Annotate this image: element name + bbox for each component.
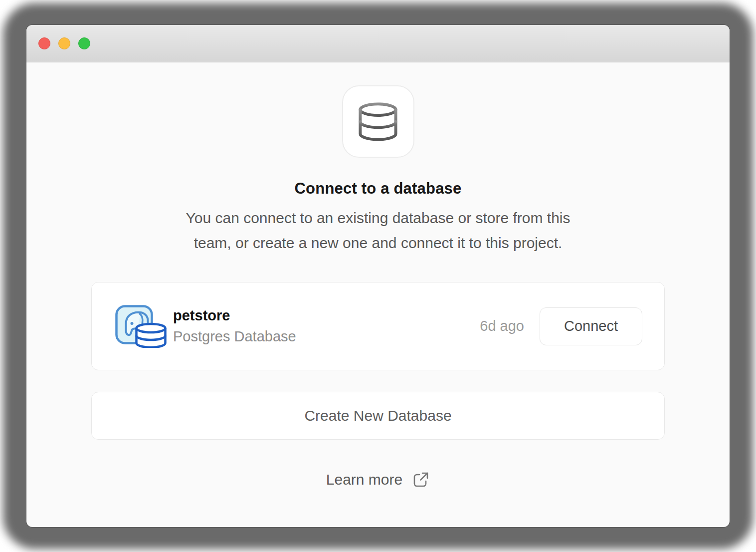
dialog-description: You can connect to an existing database … [186, 206, 570, 256]
postgres-elephant-icon [115, 305, 167, 348]
macos-window: Connect to a database You can connect to… [26, 25, 730, 527]
close-button[interactable] [38, 37, 50, 49]
learn-more-link[interactable]: Learn more [326, 471, 430, 489]
dialog-description-line2: team, or create a new one and connect it… [186, 231, 570, 256]
database-badge [342, 85, 414, 158]
learn-more-label: Learn more [326, 471, 402, 488]
database-meta: petstore Postgres Database [173, 307, 296, 345]
dialog-description-line1: You can connect to an existing database … [186, 206, 570, 231]
create-new-database-button[interactable]: Create New Database [91, 392, 665, 440]
minimize-button[interactable] [58, 37, 70, 49]
zoom-button[interactable] [78, 37, 90, 49]
connect-button[interactable]: Connect [540, 307, 642, 345]
database-list-item[interactable]: petstore Postgres Database 6d ago Connec… [91, 282, 665, 370]
database-type: Postgres Database [173, 328, 296, 345]
titlebar[interactable] [26, 25, 730, 62]
connect-database-dialog: Connect to a database You can connect to… [26, 62, 730, 489]
dialog-title: Connect to a database [295, 180, 462, 198]
external-link-icon [412, 471, 430, 489]
database-name: petstore [173, 307, 296, 324]
traffic-lights [38, 37, 90, 49]
database-icon [358, 102, 398, 141]
database-last-used: 6d ago [480, 318, 524, 334]
